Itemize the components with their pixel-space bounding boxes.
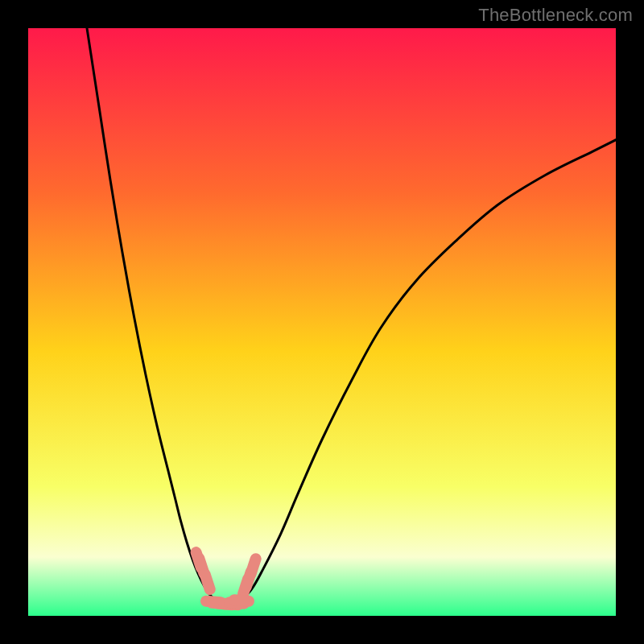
marker-capsule [234, 600, 249, 601]
watermark-text: TheBottleneck.com [478, 5, 633, 26]
outer-frame: TheBottleneck.com [0, 0, 644, 644]
chart-svg [28, 28, 616, 616]
marker-capsule [205, 574, 210, 589]
gradient-background [28, 28, 616, 616]
marker-capsule [250, 559, 255, 574]
chart-plot-area [28, 28, 616, 616]
